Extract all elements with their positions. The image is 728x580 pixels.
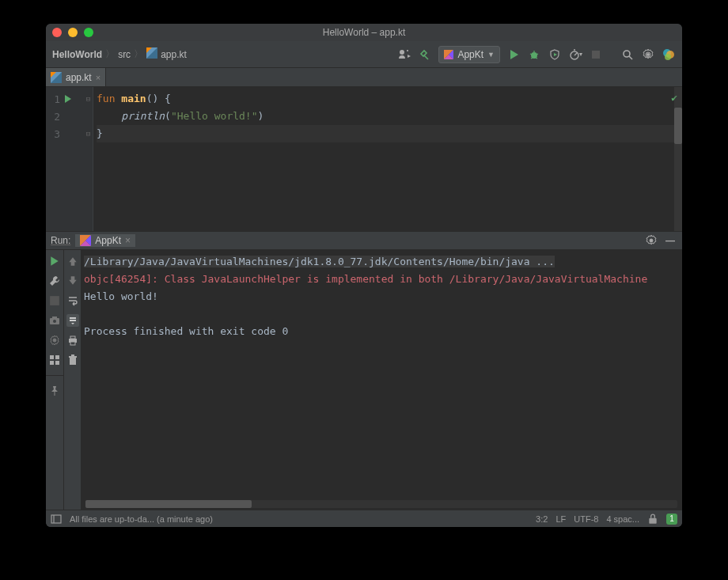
function-name: main (121, 93, 146, 104)
svg-point-16 (665, 54, 671, 60)
svg-rect-33 (55, 392, 55, 396)
search-everywhere-icon[interactable] (620, 47, 635, 62)
run-tool-window: /Library/Java/JavaVirtualMachines/jdk1.8… (46, 250, 682, 510)
debug-button-icon[interactable] (527, 47, 541, 62)
camera-icon[interactable] (48, 314, 61, 327)
code-text: () { (146, 93, 171, 104)
svg-point-10 (571, 51, 578, 59)
svg-rect-38 (69, 356, 77, 358)
profile-button-icon[interactable]: ▾ (568, 47, 582, 62)
breadcrumb-file[interactable]: app.kt (161, 49, 187, 60)
stop-icon (48, 294, 61, 307)
kotlin-icon (80, 235, 91, 246)
breadcrumb-sep-icon: 〉 (105, 47, 115, 61)
function-call: println (121, 110, 165, 122)
breadcrumb-sep-icon: 〉 (134, 47, 143, 61)
code-text (97, 110, 121, 122)
add-configuration-icon[interactable] (397, 47, 411, 62)
soft-wrap-icon[interactable] (66, 294, 79, 307)
editor-gutter: 1 2 3 (46, 87, 84, 231)
run-button-icon[interactable] (506, 47, 521, 62)
print-icon[interactable] (66, 334, 79, 347)
build-hammer-icon[interactable] (418, 47, 432, 62)
down-arrow-icon[interactable] (66, 275, 79, 287)
dropdown-arrow-icon: ▼ (487, 51, 495, 59)
hide-panel-icon[interactable]: — (663, 233, 677, 248)
layout-icon[interactable] (48, 354, 61, 366)
keyword: fun (97, 93, 121, 104)
fold-column: ⊟ ⊟ (84, 87, 93, 231)
code-text: ( (165, 110, 171, 122)
svg-rect-36 (70, 342, 75, 345)
close-tab-icon[interactable]: × (125, 235, 131, 246)
notification-badge[interactable]: 1 (666, 514, 677, 525)
code-text: ) (258, 110, 264, 122)
editor-tabs: app.kt × (46, 68, 682, 87)
kotlin-file-icon (51, 72, 62, 83)
editor-tab-app-kt[interactable]: app.kt × (46, 68, 106, 86)
console-hscrollbar[interactable] (85, 500, 677, 508)
string-literal: "Hello world!" (171, 110, 258, 122)
rerun-icon[interactable] (48, 255, 61, 267)
run-header-label: Run: (51, 235, 70, 246)
run-gutter-icon[interactable] (62, 95, 74, 103)
scroll-to-end-icon[interactable] (66, 314, 79, 327)
svg-rect-31 (50, 361, 54, 365)
svg-marker-9 (554, 53, 557, 56)
stop-button-icon (589, 47, 603, 62)
pin-icon[interactable] (48, 385, 61, 397)
settings-small-gear-icon[interactable] (48, 334, 61, 347)
svg-rect-24 (50, 296, 59, 305)
run-config-label: AppKt (457, 49, 483, 60)
editor-vscrollbar-thumb[interactable] (674, 108, 682, 144)
readonly-lock-icon[interactable] (647, 514, 658, 525)
line-number: 1 (46, 93, 62, 105)
status-indent[interactable]: 4 spac... (606, 514, 639, 524)
run-actions-secondary (63, 250, 81, 510)
ide-window: HelloWorld – app.kt HelloWorld 〉 src 〉 a… (46, 24, 682, 527)
fold-start-icon[interactable]: ⊟ (84, 90, 93, 108)
svg-rect-26 (52, 317, 57, 319)
status-line-sep[interactable]: LF (555, 514, 566, 524)
code-editor[interactable]: 1 2 3 ⊟ ⊟ fun main() { println("Hello wo… (46, 87, 682, 231)
wrench-icon[interactable] (48, 275, 61, 287)
coverage-button-icon[interactable] (548, 47, 562, 62)
console-error-line: objc[46254]: Class JavaLaunchHelper is i… (84, 271, 682, 288)
trash-icon[interactable] (66, 354, 79, 366)
status-caret-position[interactable]: 3:2 (536, 514, 548, 524)
svg-point-27 (53, 320, 56, 323)
status-sync-text: All files are up-to-da... (a minute ago) (70, 514, 213, 524)
svg-rect-42 (649, 517, 656, 523)
svg-rect-29 (50, 355, 54, 359)
kotlin-file-icon (146, 47, 157, 61)
line-number: 3 (46, 128, 62, 140)
close-tab-icon[interactable]: × (96, 73, 100, 82)
run-tool-header: Run: AppKt × — (46, 231, 682, 250)
settings-gear-icon[interactable] (641, 47, 655, 62)
tool-window-toggle-icon[interactable] (51, 514, 62, 525)
run-tab-label: AppKt (95, 235, 121, 246)
breadcrumb-project[interactable]: HelloWorld (52, 49, 102, 60)
up-arrow-icon[interactable] (66, 255, 79, 267)
svg-rect-30 (55, 355, 59, 359)
run-tab[interactable]: AppKt × (75, 234, 135, 247)
svg-rect-11 (592, 51, 600, 59)
breadcrumb-dir[interactable]: src (118, 49, 131, 60)
code-area[interactable]: fun main() { println("Hello world!") } (93, 87, 682, 231)
run-settings-gear-icon[interactable] (644, 233, 658, 248)
svg-point-12 (624, 51, 630, 57)
line-number: 2 (46, 111, 62, 123)
code-text: } (97, 127, 103, 139)
console-exit-line: Process finished with exit code 0 (84, 323, 682, 340)
svg-rect-35 (70, 336, 75, 339)
svg-marker-4 (408, 55, 411, 58)
console-hscrollbar-thumb[interactable] (85, 500, 252, 508)
run-configuration-selector[interactable]: AppKt ▼ (438, 46, 500, 63)
console-output[interactable]: /Library/Java/JavaVirtualMachines/jdk1.8… (81, 250, 682, 510)
status-encoding[interactable]: UTF-8 (574, 514, 598, 524)
svg-point-13 (646, 53, 650, 56)
fold-end-icon[interactable]: ⊟ (84, 125, 93, 142)
ide-logo-icon[interactable] (662, 47, 676, 62)
status-bar: All files are up-to-da... (a minute ago)… (46, 510, 682, 527)
console-command-line: /Library/Java/JavaVirtualMachines/jdk1.8… (84, 256, 555, 267)
